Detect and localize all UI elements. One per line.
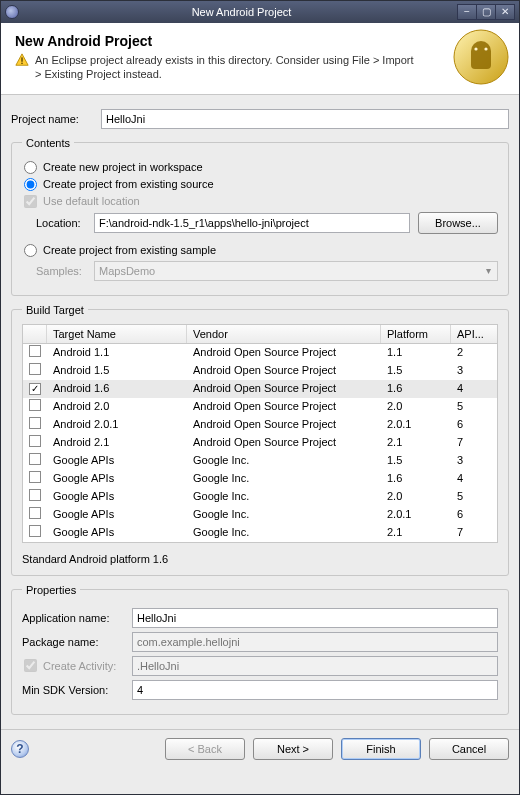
- table-row[interactable]: Google APIsGoogle Inc.2.0.16: [23, 506, 497, 524]
- col-platform[interactable]: Platform: [381, 325, 451, 343]
- cell-api: 6: [451, 418, 497, 430]
- target-checkbox[interactable]: [29, 399, 41, 411]
- cell-api: 4: [451, 472, 497, 484]
- cell-platform: 1.5: [381, 454, 451, 466]
- cell-api: 6: [451, 508, 497, 520]
- project-name-input[interactable]: [101, 109, 509, 129]
- contents-group: Contents Create new project in workspace…: [11, 137, 509, 296]
- cell-vendor: Google Inc.: [187, 472, 381, 484]
- cell-vendor: Android Open Source Project: [187, 436, 381, 448]
- radio-existing-input[interactable]: [24, 178, 37, 191]
- cell-platform: 1.1: [381, 346, 451, 358]
- activity-name-input: [132, 656, 498, 676]
- cell-platform: 2.0.1: [381, 508, 451, 520]
- properties-legend: Properties: [22, 584, 80, 596]
- cell-platform: 1.5: [381, 364, 451, 376]
- cell-api: 2: [451, 346, 497, 358]
- svg-point-5: [484, 47, 487, 50]
- radio-sample-label: Create project from existing sample: [43, 244, 216, 256]
- target-checkbox[interactable]: [29, 453, 41, 465]
- cell-api: 7: [451, 526, 497, 538]
- cell-api: 3: [451, 454, 497, 466]
- target-checkbox[interactable]: [29, 525, 41, 537]
- cell-vendor: Google Inc.: [187, 454, 381, 466]
- cell-platform: 1.6: [381, 382, 451, 394]
- app-name-label: Application name:: [22, 612, 132, 624]
- project-name-label: Project name:: [11, 113, 101, 125]
- table-row[interactable]: Android 2.0.1Android Open Source Project…: [23, 416, 497, 434]
- min-sdk-input[interactable]: [132, 680, 498, 700]
- cell-platform: 1.6: [381, 472, 451, 484]
- cell-api: 5: [451, 490, 497, 502]
- col-api[interactable]: API...: [451, 325, 497, 343]
- target-checkbox[interactable]: [29, 345, 41, 357]
- browse-button[interactable]: Browse...: [418, 212, 498, 234]
- close-button[interactable]: ✕: [495, 4, 515, 20]
- finish-button[interactable]: Finish: [341, 738, 421, 760]
- radio-workspace-input[interactable]: [24, 161, 37, 174]
- cancel-button[interactable]: Cancel: [429, 738, 509, 760]
- cell-vendor: Google Inc.: [187, 526, 381, 538]
- target-checkbox[interactable]: [29, 417, 41, 429]
- package-name-label: Package name:: [22, 636, 132, 648]
- target-checkbox[interactable]: [29, 435, 41, 447]
- radio-existing-label: Create project from existing source: [43, 178, 214, 190]
- cell-vendor: Google Inc.: [187, 490, 381, 502]
- svg-point-4: [474, 47, 477, 50]
- cell-platform: 2.0: [381, 490, 451, 502]
- cell-api: 5: [451, 400, 497, 412]
- cell-target-name: Android 2.0: [47, 400, 187, 412]
- next-button[interactable]: Next >: [253, 738, 333, 760]
- target-checkbox[interactable]: [29, 489, 41, 501]
- table-row[interactable]: Android 1.1Android Open Source Project1.…: [23, 344, 497, 362]
- app-name-input[interactable]: [132, 608, 498, 628]
- cell-target-name: Android 2.0.1: [47, 418, 187, 430]
- target-checkbox[interactable]: [29, 363, 41, 375]
- svg-rect-1: [21, 57, 22, 61]
- target-checkbox[interactable]: [29, 507, 41, 519]
- minimize-button[interactable]: −: [457, 4, 477, 20]
- target-checkbox[interactable]: [29, 471, 41, 483]
- table-row[interactable]: Google APIsGoogle Inc.2.05: [23, 488, 497, 506]
- titlebar: New Android Project − ▢ ✕: [1, 1, 519, 23]
- table-row[interactable]: Google APIsGoogle Inc.2.17: [23, 524, 497, 542]
- samples-label: Samples:: [36, 265, 94, 277]
- radio-existing[interactable]: Create project from existing source: [22, 178, 498, 191]
- cell-target-name: Google APIs: [47, 472, 187, 484]
- cell-vendor: Android Open Source Project: [187, 364, 381, 376]
- page-title: New Android Project: [15, 33, 505, 49]
- col-target-name[interactable]: Target Name: [47, 325, 187, 343]
- cell-api: 3: [451, 364, 497, 376]
- target-checkbox[interactable]: ✓: [29, 383, 41, 395]
- use-default-label: Use default location: [43, 195, 140, 207]
- table-row[interactable]: Android 2.0Android Open Source Project2.…: [23, 398, 497, 416]
- back-button: < Back: [165, 738, 245, 760]
- cell-api: 7: [451, 436, 497, 448]
- radio-workspace[interactable]: Create new project in workspace: [22, 161, 498, 174]
- radio-sample[interactable]: Create project from existing sample: [22, 244, 498, 257]
- wizard-banner: New Android Project An Eclipse project a…: [1, 23, 519, 95]
- package-name-input: [132, 632, 498, 652]
- create-activity-label: Create Activity:: [43, 660, 116, 672]
- warning-icon: [15, 53, 29, 67]
- maximize-button[interactable]: ▢: [476, 4, 496, 20]
- table-row[interactable]: Android 1.5Android Open Source Project1.…: [23, 362, 497, 380]
- table-row[interactable]: ✓Android 1.6Android Open Source Project1…: [23, 380, 497, 398]
- radio-sample-input[interactable]: [24, 244, 37, 257]
- table-row[interactable]: Google APIsGoogle Inc.1.64: [23, 470, 497, 488]
- use-default-location: Use default location: [22, 195, 498, 208]
- contents-legend: Contents: [22, 137, 74, 149]
- location-input[interactable]: [94, 213, 410, 233]
- cell-platform: 2.1: [381, 436, 451, 448]
- table-row[interactable]: Google APIsGoogle Inc.1.53: [23, 452, 497, 470]
- cell-target-name: Android 1.5: [47, 364, 187, 376]
- cell-target-name: Google APIs: [47, 490, 187, 502]
- cell-platform: 2.0: [381, 400, 451, 412]
- cell-target-name: Android 2.1: [47, 436, 187, 448]
- use-default-checkbox: [24, 195, 37, 208]
- table-row[interactable]: Android 2.1Android Open Source Project2.…: [23, 434, 497, 452]
- col-vendor[interactable]: Vendor: [187, 325, 381, 343]
- app-icon: [5, 5, 19, 19]
- min-sdk-label: Min SDK Version:: [22, 684, 132, 696]
- help-icon[interactable]: ?: [11, 740, 29, 758]
